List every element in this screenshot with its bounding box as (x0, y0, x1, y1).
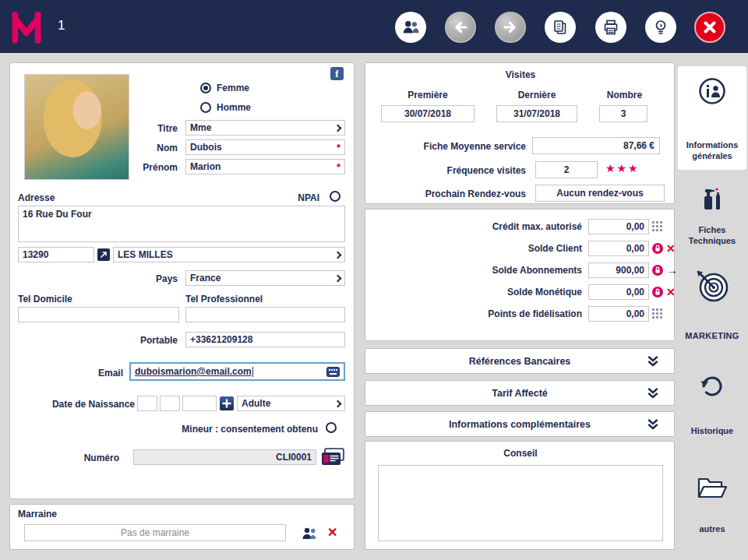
fiche-moyenne-amount: 87,66 € (623, 140, 654, 151)
npai-label: NPAI (271, 192, 319, 203)
birth-month-field[interactable] (160, 396, 180, 411)
required-marker: * (337, 142, 340, 153)
age-category-select[interactable]: Adulte (237, 396, 345, 411)
lock-icon[interactable] (652, 243, 663, 254)
loyalty-card-icon[interactable] (321, 448, 344, 467)
lock-icon[interactable] (652, 287, 663, 298)
mineur-consent-label: Mineur : consentement obtenu (111, 424, 318, 435)
sidebar-item-historique[interactable]: Historique (678, 365, 746, 438)
prenom-label: Prénom (88, 162, 178, 173)
solde-monetique-label: Solde Monétique (381, 287, 582, 298)
section-references-bancaires[interactable]: Références Bancaires (365, 348, 675, 374)
sidebar-item-label: MARKETING (679, 330, 745, 341)
soldes-card: Crédit max. autorisé 0,00 Solde Client 0… (365, 209, 675, 341)
expand-chevron-icon (647, 387, 658, 400)
remove-godmother-icon[interactable]: ✕ (327, 527, 337, 539)
forward-icon[interactable] (495, 12, 526, 43)
marraine-value: Pas de marraine (121, 527, 189, 538)
prochain-rdv-text: Aucun rendez-vous (556, 188, 643, 199)
nom-field[interactable]: Dubois * (185, 139, 345, 155)
lock-icon[interactable] (652, 265, 663, 276)
section-tarif-affecte[interactable]: Tarif Affecté (365, 380, 675, 406)
age-category-value: Adulte (242, 398, 270, 409)
titre-select[interactable]: Mme (185, 120, 345, 136)
points-fidelisation-value[interactable]: 0,00 (588, 306, 649, 322)
email-field[interactable]: duboismarion@email.com (129, 362, 345, 381)
facebook-icon[interactable]: f (330, 67, 344, 80)
frequence-count: 2 (564, 164, 570, 175)
city-search-button[interactable] (97, 248, 110, 261)
portable-field[interactable]: +33621209128 (185, 332, 345, 347)
tel-professionnel-field[interactable] (185, 307, 345, 322)
tel-domicile-field[interactable] (18, 307, 179, 322)
solde-abonnements-value: 900,00 (588, 262, 649, 278)
target-icon (694, 268, 730, 304)
select-godmother-icon[interactable] (300, 526, 319, 541)
sidebar-item-label: autres (679, 523, 745, 534)
products-icon (700, 185, 725, 212)
visites-title: Visites (365, 69, 676, 80)
prenom-field[interactable]: Marion * (185, 159, 345, 174)
required-marker: * (337, 161, 340, 173)
sidebar-item-marketing[interactable]: MARKETING (678, 265, 746, 344)
back-icon[interactable] (445, 12, 476, 43)
chevron-right-icon (334, 400, 342, 407)
numpad-icon[interactable] (652, 308, 662, 319)
numpad-icon[interactable] (652, 221, 662, 231)
keyboard-icon[interactable] (326, 367, 340, 377)
copy-icon[interactable] (545, 12, 576, 43)
gender-male-radio[interactable] (200, 102, 211, 113)
code-postal-field[interactable]: 13290 (18, 247, 94, 262)
pays-select[interactable]: France (185, 270, 345, 286)
history-icon (697, 371, 727, 400)
birth-day-field[interactable] (137, 396, 157, 411)
solde-abonnements-label: Solde Abonnements (381, 265, 582, 276)
tips-icon[interactable] (645, 12, 676, 43)
clients-icon[interactable] (395, 12, 426, 43)
expand-chevron-icon (647, 355, 658, 368)
client-card: f Femme Homme Titre Mme Nom Dubois * Pré… (9, 62, 355, 499)
npai-radio[interactable] (330, 191, 340, 202)
ville-select[interactable]: LES MILLES (113, 247, 345, 262)
points-fidelisation-label: Points de fidélisation (381, 308, 582, 319)
credit-max-value[interactable]: 0,00 (588, 219, 649, 234)
solde-row: Points de fidélisation 0,00 (365, 306, 676, 325)
col-premiere-label: Première (381, 90, 475, 100)
folder-icon (697, 475, 728, 500)
section-informations-complementaires[interactable]: Informations complémentaires (365, 411, 675, 437)
sidebar-item-autres[interactable]: autres (678, 467, 746, 541)
conseil-textarea[interactable] (378, 465, 663, 541)
window-number: 1 (58, 18, 65, 33)
client-info-icon (698, 77, 726, 105)
sidebar-item-fiches-techniques[interactable]: Fiches Techniques (678, 179, 746, 257)
derniere-visite-value: 31/07/2018 (496, 105, 577, 122)
prochain-rdv-value[interactable]: Aucun rendez-vous (535, 185, 665, 202)
gender-female-radio[interactable] (200, 83, 211, 93)
transfer-icon[interactable]: → (666, 264, 678, 276)
delete-icon[interactable]: ✕ (666, 242, 676, 255)
adresse-field[interactable]: 16 Rue Du Four (18, 206, 345, 242)
portable-label: Portable (84, 335, 178, 346)
prenom-value: Marion (190, 161, 221, 172)
print-icon[interactable] (595, 12, 626, 43)
close-icon[interactable] (694, 12, 725, 43)
chevron-right-icon (334, 251, 342, 259)
conseil-title: Conseil (365, 448, 676, 459)
section-label: Informations complémentaires (449, 419, 591, 430)
sidebar-item-label: Historique (679, 425, 745, 436)
marraine-field[interactable]: Pas de marraine (24, 524, 286, 541)
numero-label: Numéro (37, 453, 119, 463)
sidebar-item-informations-generales[interactable]: Informations générales (678, 66, 746, 170)
birth-year-field[interactable] (182, 396, 217, 411)
marraine-card: Marraine Pas de marraine ✕ (9, 504, 355, 550)
marraine-title: Marraine (18, 509, 57, 519)
delete-icon[interactable]: ✕ (666, 286, 676, 298)
mineur-consent-radio[interactable] (326, 422, 337, 433)
sidebar-item-label: Informations générales (679, 139, 745, 162)
code-postal-value: 13290 (23, 249, 48, 260)
numero-value: CLI0001 (276, 452, 312, 463)
fiche-moyenne-label: Fiche Moyenne service (373, 141, 526, 152)
portable-value: +33621209128 (190, 334, 252, 345)
gender-female-label: Femme (217, 83, 249, 93)
add-birthdate-button[interactable] (220, 396, 234, 410)
